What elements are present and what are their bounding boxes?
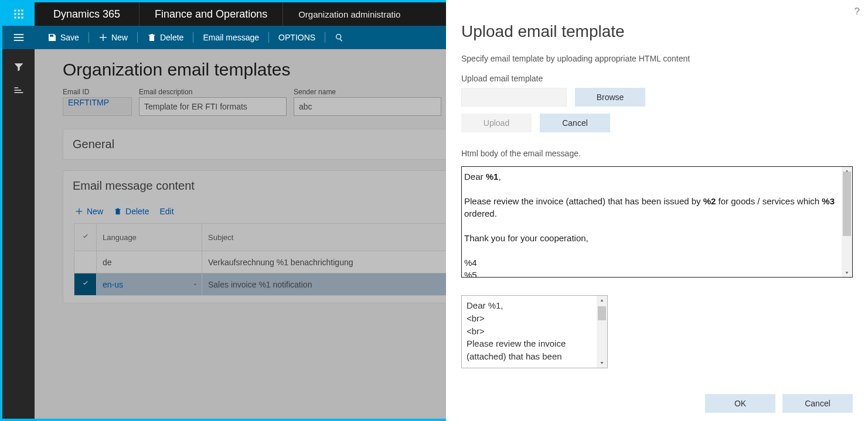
footer-cancel-label: Cancel bbox=[805, 399, 830, 408]
file-name-box bbox=[461, 88, 567, 107]
svg-rect-13 bbox=[100, 37, 107, 37]
html-body-label: Html body of the email message. bbox=[461, 149, 853, 158]
svg-rect-8 bbox=[21, 17, 23, 19]
panel-subtitle: Specify email template by uploading appr… bbox=[461, 54, 853, 63]
divider bbox=[193, 32, 193, 43]
scroll-down-icon[interactable] bbox=[597, 358, 607, 368]
svg-rect-0 bbox=[14, 10, 16, 12]
upload-panel: ? Upload email template Specify email te… bbox=[446, 0, 868, 421]
upload-label-btn: Upload bbox=[484, 118, 509, 128]
save-button[interactable]: Save bbox=[42, 26, 85, 49]
raw-html-box[interactable]: Dear %1, <br> <br> Please review the inv… bbox=[461, 295, 608, 368]
divider bbox=[325, 32, 325, 43]
scroll-down-icon[interactable] bbox=[842, 268, 852, 278]
upload-label: Upload email template bbox=[461, 74, 853, 83]
email-message-label: Email message bbox=[203, 33, 259, 42]
search-button[interactable] bbox=[329, 26, 350, 49]
waffle-icon bbox=[13, 9, 24, 19]
scroll-thumb[interactable] bbox=[598, 306, 606, 320]
body-text: for goods / services which bbox=[716, 196, 822, 206]
body-text: Thank you for your cooperation, bbox=[464, 233, 588, 243]
body-ph: %3 bbox=[822, 196, 835, 206]
scroll-up-icon[interactable] bbox=[597, 296, 607, 305]
panel-footer: OK Cancel bbox=[705, 394, 853, 413]
svg-rect-7 bbox=[18, 17, 19, 19]
scrollbar[interactable] bbox=[597, 296, 607, 368]
delete-label: Delete bbox=[160, 33, 183, 42]
body-text: ordered. bbox=[464, 208, 497, 218]
ok-button[interactable]: OK bbox=[705, 394, 775, 413]
body-text: Please review the invoice (attached) tha… bbox=[464, 196, 703, 206]
html-body-preview[interactable]: Dear %1, Please review the invoice (atta… bbox=[461, 166, 853, 278]
module-name[interactable]: Finance and Operations bbox=[139, 8, 282, 20]
svg-rect-9 bbox=[13, 34, 23, 35]
delete-button[interactable]: Delete bbox=[141, 26, 189, 49]
body-ph: %5 bbox=[464, 270, 477, 277]
body-text: Dear bbox=[464, 172, 486, 182]
svg-point-14 bbox=[336, 35, 341, 39]
svg-rect-4 bbox=[18, 13, 19, 15]
trash-icon bbox=[147, 33, 156, 42]
options-label: OPTIONS bbox=[278, 33, 315, 42]
ok-label: OK bbox=[734, 399, 746, 408]
svg-rect-2 bbox=[21, 10, 23, 12]
svg-rect-6 bbox=[14, 17, 16, 19]
body-ph: %4 bbox=[464, 258, 477, 268]
browse-button[interactable]: Browse bbox=[575, 88, 645, 107]
svg-rect-11 bbox=[13, 40, 23, 41]
svg-rect-1 bbox=[18, 10, 19, 12]
upload-button[interactable]: Upload bbox=[461, 114, 532, 132]
svg-rect-10 bbox=[13, 37, 23, 38]
list-icon[interactable] bbox=[13, 84, 25, 96]
cancel-label: Cancel bbox=[562, 118, 588, 128]
nav-toggle-button[interactable] bbox=[2, 26, 35, 49]
search-icon bbox=[335, 33, 344, 42]
svg-rect-16 bbox=[14, 87, 18, 88]
options-button[interactable]: OPTIONS bbox=[273, 26, 321, 49]
save-label: Save bbox=[60, 33, 79, 42]
raw-html-text: Dear %1, <br> <br> Please review the inv… bbox=[462, 296, 597, 368]
svg-rect-5 bbox=[21, 13, 23, 15]
svg-rect-17 bbox=[14, 90, 21, 91]
save-icon bbox=[47, 33, 57, 42]
footer-cancel-button[interactable]: Cancel bbox=[782, 394, 853, 413]
filter-icon[interactable] bbox=[13, 61, 25, 73]
area-breadcrumb[interactable]: Organization administratio bbox=[283, 9, 416, 19]
body-text: , bbox=[498, 172, 501, 182]
body-ph: %1 bbox=[486, 172, 499, 182]
new-button[interactable]: New bbox=[93, 26, 134, 49]
svg-rect-3 bbox=[14, 13, 16, 15]
hamburger-icon bbox=[13, 32, 25, 43]
new-label: New bbox=[111, 33, 128, 42]
scroll-thumb[interactable] bbox=[843, 172, 851, 236]
svg-rect-15 bbox=[340, 39, 343, 42]
html-body-content: Dear %1, Please review the invoice (atta… bbox=[462, 167, 842, 277]
svg-rect-18 bbox=[14, 92, 23, 93]
email-message-button[interactable]: Email message bbox=[197, 26, 265, 49]
cancel-upload-button[interactable]: Cancel bbox=[540, 114, 610, 132]
divider bbox=[88, 32, 89, 43]
browse-label: Browse bbox=[597, 93, 624, 102]
divider bbox=[268, 32, 269, 43]
brand-name[interactable]: Dynamics 365 bbox=[35, 8, 139, 20]
left-rail bbox=[2, 49, 35, 421]
plus-icon bbox=[98, 33, 108, 42]
help-button[interactable]: ? bbox=[855, 6, 860, 18]
divider bbox=[137, 32, 138, 43]
scrollbar[interactable] bbox=[842, 167, 852, 277]
body-ph: %2 bbox=[703, 196, 716, 206]
panel-title: Upload email template bbox=[461, 22, 853, 41]
app-launcher-button[interactable] bbox=[2, 2, 35, 26]
